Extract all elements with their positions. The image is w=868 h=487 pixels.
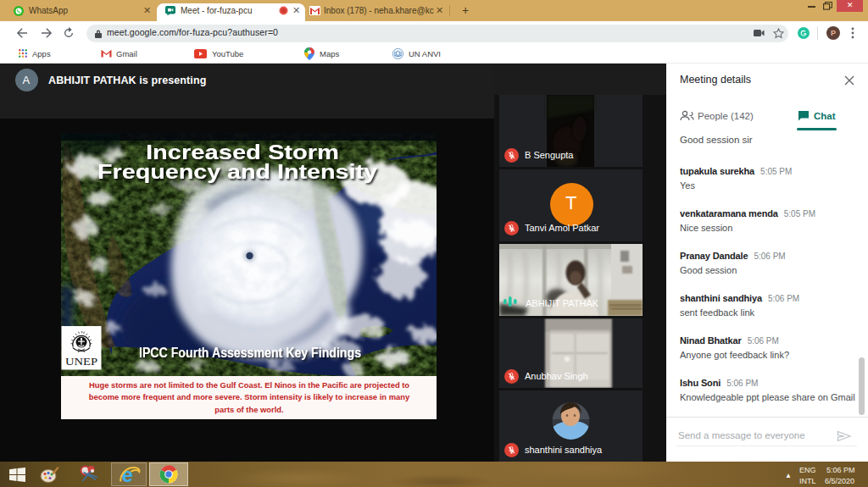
svg-text:Huge storms are not limited to: Huge storms are not limited to the Gulf … — [89, 380, 409, 390]
svg-text:e: e — [122, 463, 133, 485]
svg-text:Frequency and Intensity: Frequency and Intensity — [97, 160, 377, 183]
svg-text:UNEP: UNEP — [65, 356, 97, 368]
svg-text:IPCC Fourth Assessment Key Fin: IPCC Fourth Assessment Key Findings — [139, 346, 361, 360]
svg-text:parts of the world.: parts of the world. — [214, 405, 283, 414]
svg-text:become more frequent and more: become more frequent and more severe. St… — [89, 392, 410, 401]
